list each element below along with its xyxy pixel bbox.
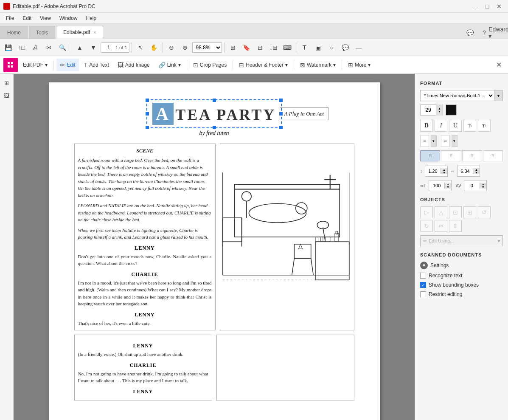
menu-view[interactable]: View [36,14,55,22]
panel-toggle-btn[interactable]: ⊞ [1,77,12,88]
line-spacing-arrows[interactable]: ▲ ▼ [441,168,447,174]
header-footer-button[interactable]: ⊟ Header & Footer ▾ [236,59,291,71]
line-spacing-input[interactable] [425,169,441,174]
handle-bl[interactable] [146,126,149,129]
comment-icon[interactable]: 💬 [464,27,476,39]
crop-pages-button[interactable]: ⊡ Crop Pages [190,59,230,71]
print-button[interactable]: 🖨 [29,41,42,54]
char-spacing-up[interactable]: ▲ [473,168,480,171]
recognize-text-row[interactable]: Recognize text [420,273,503,279]
select-tool[interactable]: ↖ [134,41,147,54]
line-spacing-up[interactable]: ▲ [441,168,447,171]
hand-tool[interactable]: ✋ [148,41,160,54]
tab-home[interactable]: Home [0,26,28,39]
area-tool[interactable]: ▣ [312,41,325,54]
line-spacing-down[interactable]: ▼ [441,171,447,174]
menu-file[interactable]: File [2,14,18,22]
more-button[interactable]: ⊞ More ▾ [345,59,374,71]
handle-tr[interactable] [279,99,283,102]
menu-window[interactable]: Window [55,14,82,22]
bold-button[interactable]: B [420,120,433,132]
comment-tool[interactable]: 💬 [339,41,352,54]
font-selector[interactable]: *Times New Roman-Bold-1... [420,90,494,101]
edit-pdf-dropdown[interactable]: Edit PDF ▾ [20,59,51,71]
pdf-viewer[interactable]: ATEA PARTY A Play in One Act by fred tut… [14,74,415,420]
tab-tools[interactable]: Tools [29,26,55,39]
zoom-selector[interactable]: 98.8% 50% 75% 100% 125% 150% [192,42,222,53]
align-center-button[interactable]: ≡ [441,150,461,161]
kerning-up[interactable]: ▲ [480,183,486,186]
numbered-list-arrow[interactable]: ▾ [452,135,457,147]
bookmark-btn[interactable]: 🔖 [240,41,253,54]
prev-page-button[interactable]: ▲ [73,41,86,54]
show-bounding-boxes-checkbox[interactable]: ✓ [420,282,426,288]
superscript-button[interactable]: Ts [463,120,476,132]
circle-tool[interactable]: ○ [326,41,338,54]
restrict-editing-row[interactable]: Restrict editing [420,291,503,297]
numbered-list-button[interactable]: ≡ [441,135,450,147]
tab-file[interactable]: Editable.pdf × [56,26,103,39]
font-select-arrow[interactable]: ▾ [494,90,503,101]
title-selection[interactable]: ATEA PARTY [146,99,282,128]
page-number-input[interactable] [103,45,115,51]
search-button[interactable]: 🔍 [56,41,69,54]
kerning-input[interactable] [464,183,480,188]
char-spacing-input[interactable] [457,169,473,174]
next-page-button[interactable]: ▼ [87,41,100,54]
underline-button[interactable]: U [449,120,462,132]
handle-br[interactable] [279,126,283,129]
zoom-out-button[interactable]: ⊖ [165,41,178,54]
handle-tm[interactable] [213,99,216,102]
scale-input[interactable] [429,183,444,188]
handle-ml[interactable] [146,112,149,116]
edit-panel-toggle[interactable] [3,58,18,72]
menu-help[interactable]: Help [82,14,101,22]
scale-down[interactable]: ▼ [445,186,451,189]
maximize-button[interactable]: □ [482,2,493,11]
close-edit-toolbar[interactable]: ✕ [493,59,505,71]
align-left-button[interactable]: ≡ [420,150,440,161]
font-size-field[interactable] [421,107,436,113]
minimize-button[interactable]: — [470,2,481,11]
subscript-button[interactable]: T1 [478,120,491,132]
char-spacing-down[interactable]: ▼ [473,171,480,174]
handle-bm[interactable] [213,126,216,129]
recognize-text-checkbox[interactable] [420,273,426,279]
color-swatch[interactable] [446,104,457,116]
edit-using-arrow[interactable]: ▾ [498,239,500,243]
panel-image-btn[interactable]: 🖼 [1,90,12,101]
fit-page-btn[interactable]: ⊞ [227,41,239,54]
show-bounding-boxes-row[interactable]: ✓ Show bounding boxes [420,282,503,288]
user-account[interactable]: Edward ▾ [493,27,505,39]
watermark-button[interactable]: ⊠ Watermark ▾ [297,59,339,71]
handle-tl[interactable] [146,99,149,102]
align-justify-button[interactable]: ≡ [483,150,503,161]
bullet-list-button[interactable]: ≡ [420,135,429,147]
fill-sign-btn[interactable]: ⌨ [281,41,294,54]
restrict-editing-checkbox[interactable] [420,291,426,297]
line-tool[interactable]: — [353,41,365,54]
link-button[interactable]: 🔗 Link ▾ [155,59,184,71]
save-button[interactable]: 💾 [2,41,14,54]
align-right-button[interactable]: ≡ [462,150,482,161]
char-spacing-arrows[interactable]: ▲ ▼ [473,168,480,174]
settings-row[interactable]: Settings [420,262,503,269]
upload-button[interactable]: ↑□ [15,41,28,54]
italic-button[interactable]: I [435,120,447,132]
email-button[interactable]: ✉ [42,41,55,54]
close-button[interactable]: ✕ [494,2,505,11]
bullet-list-arrow[interactable]: ▾ [431,135,437,147]
add-text-button[interactable]: T Add Text [81,59,112,71]
export-btn[interactable]: ↓⊞ [267,41,280,54]
menu-edit[interactable]: Edit [18,14,36,22]
add-image-button[interactable]: 🖼 Add Image [114,59,153,71]
kerning-down[interactable]: ▼ [480,186,486,189]
zoom-in-button[interactable]: ⊕ [179,41,191,54]
edit-button[interactable]: ✏ Edit [56,59,79,71]
kerning-arrows[interactable]: ▲ ▼ [480,183,486,189]
font-size-arrows[interactable]: ▲ ▼ [436,104,443,116]
scale-up[interactable]: ▲ [445,183,451,186]
scale-arrows[interactable]: ▲ ▼ [444,183,451,189]
text-tool[interactable]: T [298,41,311,54]
thumbnail-btn[interactable]: ⊟ [254,41,267,54]
